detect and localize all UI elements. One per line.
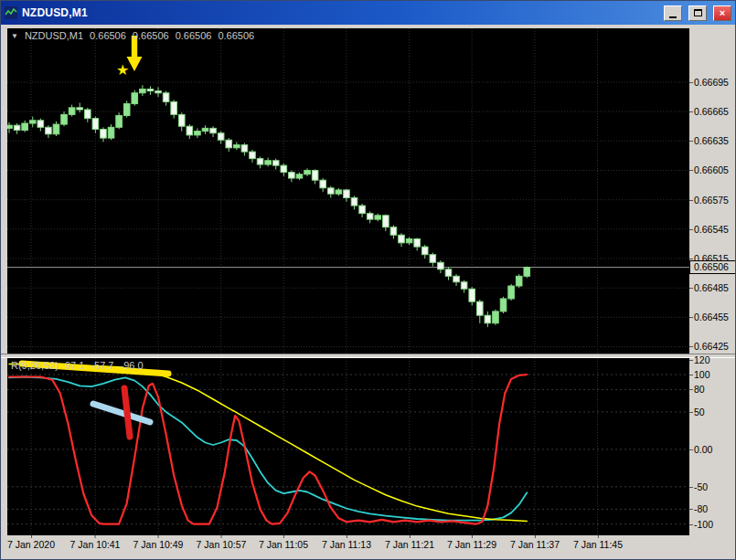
time-axis-label: 7 Jan 11:05 xyxy=(259,539,308,550)
minimize-button[interactable] xyxy=(664,5,682,21)
candle-body xyxy=(218,133,224,141)
candle-body xyxy=(375,216,381,219)
candle-body xyxy=(123,104,130,116)
candle-body xyxy=(250,152,256,159)
candle-body xyxy=(453,276,460,281)
candle-body xyxy=(524,268,530,277)
candle-body xyxy=(29,121,36,123)
candle-body xyxy=(344,190,350,198)
candle-body xyxy=(101,129,107,138)
candle-body xyxy=(312,170,318,180)
candle-body xyxy=(171,101,177,114)
candle-body xyxy=(108,127,114,138)
candle-body xyxy=(516,276,522,286)
price-axis-label: 0.66485 xyxy=(694,282,729,293)
candle-body xyxy=(421,247,428,255)
price-axis-label: 0.66635 xyxy=(694,135,729,146)
time-axis-label: 7 Jan 11:13 xyxy=(322,539,371,550)
candle-body xyxy=(414,239,421,248)
candle-body xyxy=(178,114,185,126)
candle-body xyxy=(485,315,491,323)
candle-body xyxy=(187,126,193,135)
candle-body xyxy=(327,188,334,194)
price-axis[interactable]: 0.66506 0.666950.666650.666350.666050.66… xyxy=(689,28,736,354)
candle-body xyxy=(265,161,272,164)
current-price-tag: 0.66506 xyxy=(689,260,736,274)
candle-body xyxy=(461,282,467,290)
candle-body xyxy=(469,289,475,301)
indicator-axis-label: -50 xyxy=(694,481,708,492)
time-axis[interactable]: 7 Jan 20207 Jan 10:417 Jan 10:497 Jan 10… xyxy=(1,535,735,555)
low-value: 0.66506 xyxy=(176,30,212,41)
indicator-canvas[interactable] xyxy=(7,358,689,535)
dropdown-icon[interactable]: ▼ xyxy=(11,32,18,40)
price-axis-label: 0.66575 xyxy=(694,195,729,206)
candle-body xyxy=(359,206,366,214)
indicator-value-2: -57.7 xyxy=(91,360,113,371)
candle-body xyxy=(85,110,91,119)
candle-body xyxy=(304,170,311,174)
candle-body xyxy=(46,127,52,134)
candle-body xyxy=(22,123,28,131)
candle-body xyxy=(390,227,397,236)
time-axis-label: 7 Jan 11:37 xyxy=(510,539,560,550)
candle-body xyxy=(493,312,499,323)
close-button[interactable]: × xyxy=(713,5,731,21)
candle-body xyxy=(202,128,208,131)
candle-body xyxy=(61,114,68,124)
price-axis-label: 0.66455 xyxy=(694,312,729,322)
yellow-star-annotation[interactable]: ★ xyxy=(116,62,129,78)
window-title: NZDUSD,M1 xyxy=(22,6,657,19)
main-chart-canvas[interactable]: ★ xyxy=(7,28,689,354)
time-axis-label: 7 Jan 11:21 xyxy=(385,539,434,550)
price-axis-label: 0.66695 xyxy=(694,77,729,88)
candle-body xyxy=(226,140,232,148)
indicator-axis-label: 0.00 xyxy=(694,444,712,455)
window-chart-icon[interactable] xyxy=(5,6,17,19)
candle-body xyxy=(155,91,162,93)
candle-body xyxy=(336,190,342,194)
high-value: 0.66506 xyxy=(133,30,169,41)
candle-body xyxy=(69,108,75,115)
candle-body xyxy=(140,89,146,92)
candle-body xyxy=(406,239,412,243)
time-axis-label: 7 Jan 10:57 xyxy=(197,539,247,550)
candle-body xyxy=(195,132,201,135)
indicator-label: R(9,26,52) 97.1 -57.7 -96.0 xyxy=(11,360,144,371)
candle-body xyxy=(210,128,217,132)
candle-body xyxy=(438,262,444,269)
time-axis-label: 7 Jan 11:29 xyxy=(447,539,496,550)
candle-body xyxy=(163,93,169,102)
candle-body xyxy=(14,125,20,130)
candle-body xyxy=(272,161,279,165)
indicator-value-3: -96.0 xyxy=(120,360,143,371)
time-axis-label: 7 Jan 10:49 xyxy=(133,539,184,550)
candle-body xyxy=(116,115,123,127)
candle-body xyxy=(477,301,484,315)
candle-body xyxy=(257,159,263,164)
indicator-pane[interactable]: R(9,26,52) 97.1 -57.7 -96.0 xyxy=(7,358,689,535)
candle-body xyxy=(383,216,389,227)
red-mark-annotation[interactable] xyxy=(124,388,130,437)
maximize-button[interactable] xyxy=(688,5,707,21)
time-axis-label: 7 Jan 2020 xyxy=(7,539,55,550)
candle-body xyxy=(320,180,326,188)
open-value: 0.66506 xyxy=(90,30,126,41)
indicator-axis-label: -100 xyxy=(694,519,713,530)
indicator-axis[interactable]: 12010080500.00-50-80-100 xyxy=(689,358,736,535)
candle-body xyxy=(500,299,507,312)
indicator-name: R(9,26,52) xyxy=(11,360,59,371)
candle-body xyxy=(399,235,405,243)
main-chart-pane[interactable]: ★ ▼ NZDUSD,M1 0.66506 0.66506 0.66506 0.… xyxy=(7,28,689,354)
candle-body xyxy=(132,93,138,104)
candle-body xyxy=(281,165,287,173)
maximize-icon xyxy=(694,9,702,16)
current-price-value: 0.66506 xyxy=(694,261,729,272)
title-bar[interactable]: NZDUSD,M1 × xyxy=(1,1,735,25)
candle-body xyxy=(296,174,303,178)
candle-body xyxy=(92,119,99,130)
indicator-axis-label: -80 xyxy=(694,503,708,514)
candlestick-series[interactable] xyxy=(7,85,530,327)
candle-body xyxy=(430,255,436,263)
symbol-ohlc-label: ▼ NZDUSD,M1 0.66506 0.66506 0.66506 0.66… xyxy=(11,30,254,41)
